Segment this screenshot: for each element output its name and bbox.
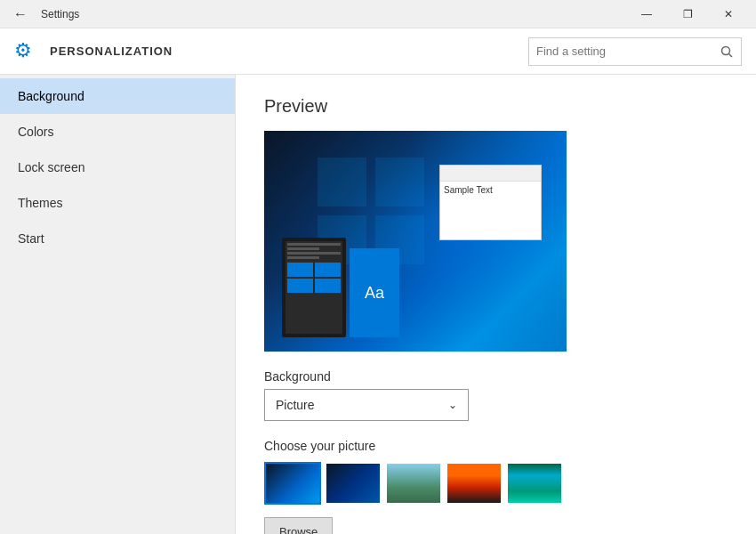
phone-bar: [287, 256, 319, 259]
phone-bar: [287, 252, 341, 255]
chevron-down-icon: ⌄: [448, 399, 457, 411]
app-header-left: ⚙ PERSONALIZATION: [14, 39, 173, 64]
picture-thumb-2[interactable]: [325, 462, 382, 505]
back-button[interactable]: ←: [7, 1, 34, 28]
phone-bar: [287, 243, 341, 246]
choose-picture-label: Choose your picture: [264, 439, 728, 453]
picture-thumb-1[interactable]: [264, 462, 321, 505]
picture-thumb-5[interactable]: [506, 462, 563, 505]
pictures-grid: [264, 462, 728, 505]
content-area: Preview: [236, 75, 756, 534]
app-header: ⚙ PERSONALIZATION: [0, 28, 756, 75]
background-dropdown[interactable]: Picture ⌄: [264, 389, 469, 421]
sidebar-item-background[interactable]: Background: [0, 78, 235, 114]
sample-window: Sample Text: [439, 165, 542, 240]
titlebar: ← Settings — ❐ ✕: [0, 0, 756, 28]
sidebar-item-colors[interactable]: Colors: [0, 114, 235, 150]
sidebar-item-start[interactable]: Start: [0, 221, 235, 256]
gear-icon: ⚙: [14, 39, 39, 64]
search-icon: [712, 37, 741, 66]
search-input[interactable]: [529, 44, 712, 58]
titlebar-title: Settings: [41, 8, 79, 20]
sidebar-item-label: Colors: [18, 125, 53, 139]
sample-window-body: Sample Text: [440, 182, 541, 198]
minimize-button[interactable]: —: [626, 0, 667, 28]
browse-button[interactable]: Browse: [264, 517, 333, 534]
aa-tile: Aa: [350, 248, 399, 337]
restore-button[interactable]: ❐: [667, 0, 708, 28]
sidebar-item-label: Lock screen: [18, 160, 84, 174]
thumb-image-1: [266, 464, 319, 503]
svg-point-0: [722, 46, 730, 54]
phone-preview: [282, 238, 346, 337]
titlebar-left: ← Settings: [7, 1, 79, 28]
sidebar-item-label: Themes: [18, 196, 63, 210]
section-title: Preview: [264, 96, 728, 117]
app-title: PERSONALIZATION: [50, 44, 173, 58]
main-layout: Background Colors Lock screen Themes Sta…: [0, 75, 756, 534]
picture-thumb-3[interactable]: [385, 462, 442, 505]
sidebar-item-themes[interactable]: Themes: [0, 185, 235, 221]
background-field-label: Background: [264, 369, 728, 384]
phone-bar: [287, 247, 319, 250]
svg-line-1: [729, 53, 733, 57]
preview-container: Sample Text: [264, 131, 567, 352]
sidebar-item-label: Start: [18, 231, 44, 246]
dropdown-selected-value: Picture: [276, 398, 315, 412]
sidebar: Background Colors Lock screen Themes Sta…: [0, 75, 236, 534]
sidebar-item-lockscreen[interactable]: Lock screen: [0, 150, 235, 185]
thumb-image-2: [326, 464, 380, 503]
search-box[interactable]: [528, 37, 742, 66]
thumb-image-4: [447, 464, 501, 503]
sidebar-item-label: Background: [18, 89, 84, 103]
aa-text: Aa: [365, 284, 384, 303]
close-button[interactable]: ✕: [708, 0, 749, 28]
sample-window-titlebar: [440, 166, 541, 182]
thumb-image-3: [387, 464, 440, 503]
phone-screen: [286, 241, 342, 334]
picture-thumb-4[interactable]: [446, 462, 503, 505]
titlebar-controls: — ❐ ✕: [626, 0, 749, 28]
thumb-image-5: [508, 464, 561, 503]
